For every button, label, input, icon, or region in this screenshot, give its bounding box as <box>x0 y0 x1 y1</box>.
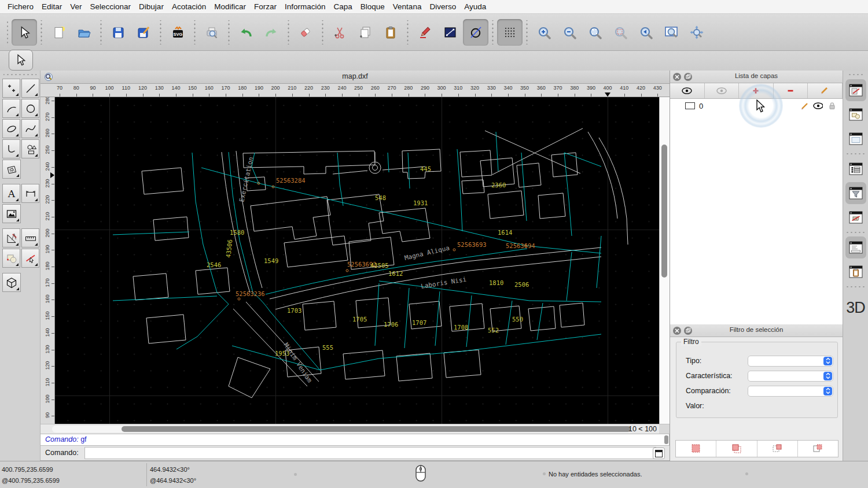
ruler-tick-label: 280 <box>45 97 50 106</box>
block-list-panel-button[interactable] <box>845 103 866 125</box>
dock-drag-handle[interactable] <box>848 73 863 77</box>
layer-visible-icon[interactable] <box>813 102 823 109</box>
line-tools-button[interactable] <box>437 19 463 46</box>
zoom-out-button[interactable] <box>557 19 582 46</box>
ellipse-tool-button[interactable] <box>2 119 20 138</box>
show-all-layers-button[interactable] <box>670 83 705 98</box>
menu-editar[interactable]: Editar <box>42 2 62 11</box>
copy-button[interactable] <box>352 19 378 46</box>
filter-apply-new-button[interactable] <box>676 441 716 457</box>
image-tool-button[interactable] <box>2 204 21 223</box>
save-as-button[interactable] <box>131 19 156 46</box>
document-title-bar[interactable]: map.dxf <box>41 71 670 84</box>
zoom-previous-button[interactable] <box>633 19 659 46</box>
vertical-scrollbar[interactable] <box>659 97 670 424</box>
command-line-panel-button[interactable] <box>845 236 866 258</box>
layer-edit-icon[interactable] <box>801 102 809 110</box>
menu-ventana[interactable]: Ventana <box>393 2 422 11</box>
menu-fichero[interactable]: Fichero <box>8 2 34 11</box>
menu-bloque[interactable]: Bloque <box>361 2 385 11</box>
clipboard-panel-button[interactable] <box>845 261 866 283</box>
arc-tool-button[interactable] <box>2 99 20 118</box>
paste-button[interactable] <box>378 19 403 46</box>
polyline-tool-button[interactable] <box>2 139 20 158</box>
palette-drag-handle[interactable] <box>3 72 36 77</box>
line-tool-button[interactable] <box>21 79 39 98</box>
points-tool-button[interactable] <box>2 79 20 98</box>
filter-feature-select[interactable] <box>748 371 833 382</box>
spline-tool-button[interactable] <box>21 119 39 138</box>
horizontal-scrollbar-thumb[interactable] <box>122 426 631 432</box>
remove-layer-button[interactable] <box>774 83 808 98</box>
command-input[interactable] <box>84 447 656 459</box>
filter-remove-from-selection-button[interactable] <box>757 441 798 457</box>
zoom-auto-button[interactable] <box>582 19 608 46</box>
scrollbar-corner <box>659 424 670 434</box>
zoom-in-button[interactable] <box>531 19 557 46</box>
cut-button[interactable] <box>327 19 352 46</box>
undo-button[interactable] <box>233 19 259 46</box>
add-layer-button[interactable] <box>739 83 774 98</box>
open-file-button[interactable] <box>71 19 97 46</box>
boolean-tool-button[interactable] <box>2 249 20 268</box>
layer-row[interactable]: 0 <box>670 99 843 113</box>
zoom-pan-button[interactable] <box>684 19 709 46</box>
property-list-panel-button[interactable] <box>845 158 866 180</box>
filter-add-to-selection-button[interactable] <box>716 441 757 457</box>
menu-ver[interactable]: Ver <box>70 2 82 11</box>
vertical-scrollbar-thumb[interactable] <box>661 145 667 278</box>
pen-toolbar-panel-button[interactable] <box>845 206 866 228</box>
text-tool-button[interactable]: A <box>2 184 20 203</box>
ruler-tick-label: 280 <box>404 85 413 91</box>
redo-button[interactable] <box>259 19 284 46</box>
menu-acotacion[interactable]: Acotación <box>172 2 206 11</box>
polar-absolute: 464.9432<30° <box>150 466 190 473</box>
selection-tool-button[interactable] <box>9 50 33 71</box>
horizontal-scrollbar[interactable] <box>52 426 632 432</box>
layer-list-panel-button[interactable] <box>845 79 866 101</box>
menu-seleccionar[interactable]: Seleccionar <box>90 2 131 11</box>
measure-tool-button[interactable] <box>21 228 39 247</box>
drafting-tool-button[interactable] <box>2 228 20 247</box>
solid3d-tool-button[interactable] <box>2 273 21 292</box>
hatch-tool-button[interactable] <box>2 160 21 179</box>
selection-filter-panel-button[interactable] <box>845 182 866 204</box>
grid-status: 10 < 100 <box>628 425 657 433</box>
dimension-tool-button[interactable] <box>21 184 39 203</box>
command-panel-toggle-button[interactable] <box>653 448 665 459</box>
ruler-position-marker <box>50 172 54 178</box>
menu-diverso[interactable]: Diverso <box>429 2 456 11</box>
parcel-number-label: 550 <box>512 316 523 323</box>
modify-tool-button[interactable] <box>21 249 39 268</box>
hide-all-layers-button[interactable] <box>705 83 740 98</box>
new-file-button[interactable] <box>46 19 71 46</box>
shapes-tool-button[interactable] <box>21 139 39 158</box>
draw-pencil-button[interactable] <box>412 19 437 46</box>
drawing-canvas[interactable]: 4452360548193152563284158016145256369352… <box>55 97 659 424</box>
print-preview-button[interactable] <box>199 19 225 46</box>
delete-entities-button[interactable] <box>293 19 318 46</box>
menu-informacion[interactable]: Información <box>285 2 326 11</box>
menu-dibujar[interactable]: Dibujar <box>139 2 164 11</box>
circle-slash-button[interactable] <box>463 19 488 46</box>
menu-forzar[interactable]: Forzar <box>254 2 277 11</box>
filter-intersect-selection-button[interactable] <box>798 441 838 457</box>
filter-comparison-select[interactable] <box>748 386 833 397</box>
edit-layer-button[interactable] <box>808 83 843 98</box>
svg-export-button[interactable]: SVG <box>165 19 190 46</box>
command-history-scrollbar[interactable] <box>664 435 668 444</box>
filter-type-select[interactable] <box>748 356 833 367</box>
menu-modificar[interactable]: Modificar <box>214 2 246 11</box>
menu-ayuda[interactable]: Ayuda <box>464 2 486 11</box>
library-browser-panel-button[interactable] <box>845 128 866 150</box>
layer-lock-icon[interactable] <box>829 102 836 110</box>
save-button[interactable] <box>105 19 131 46</box>
circle-tool-button[interactable] <box>21 99 39 118</box>
ruler-tick-label: 90 <box>90 85 95 91</box>
menu-capa[interactable]: Capa <box>334 2 352 11</box>
filter-group-box: Filtro Tipo:Característica:Comparación:V… <box>676 342 838 418</box>
coordinate-relative: @400.795,235.6599 <box>2 477 60 484</box>
grid-toggle-button[interactable] <box>497 19 523 46</box>
select-arrow-button[interactable] <box>12 19 37 46</box>
zoom-window-button[interactable] <box>659 19 684 46</box>
